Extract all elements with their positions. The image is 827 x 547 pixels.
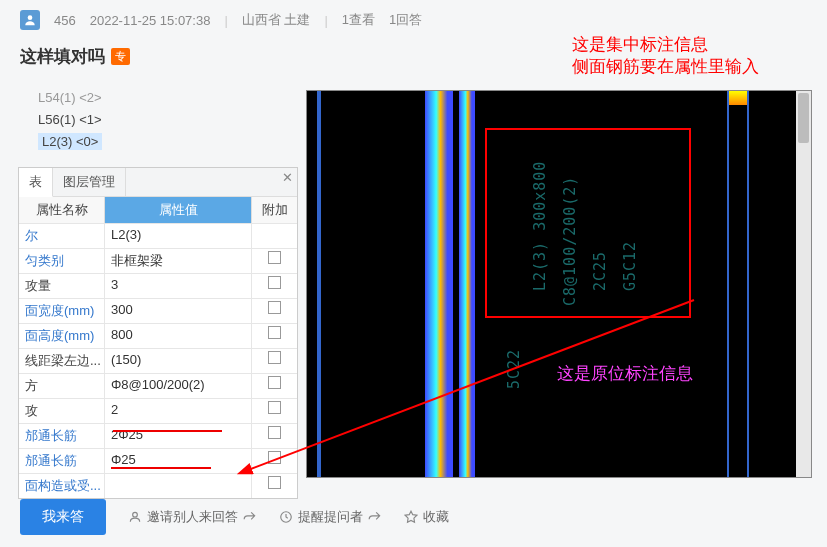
invite-label: 邀请别人来回答 [147,508,238,526]
beam-bar [317,91,321,477]
col-name: 属性名称 [19,197,105,223]
person-icon [128,510,142,524]
prop-value[interactable]: 2Φ25 [105,424,251,448]
share-icon [243,510,257,524]
expert-badge: 专 [111,48,130,65]
table-row: 靣高度(mm)800 [19,323,297,348]
clock-icon [279,510,293,524]
remind-button[interactable]: 提醒提问者 [279,508,382,526]
annotation-text: 这是集中标注信息 侧面钢筋要在属性里输入 [572,34,759,78]
prop-name: 靣宽度(mm) [19,299,105,323]
table-row: 靣宽度(mm)300 [19,298,297,323]
prop-name: 线距梁左边... [19,349,105,373]
prop-name: 靣高度(mm) [19,324,105,348]
table-row: 线距梁左边...(150) [19,348,297,373]
checkbox[interactable] [268,276,281,289]
prop-value[interactable] [105,474,251,498]
share-icon [368,510,382,524]
highlighted-value: Φ25 [111,452,211,469]
annotation-line: 侧面钢筋要在属性里输入 [572,56,759,78]
scrollbar-vertical[interactable] [796,91,811,477]
annotation-text: 这是原位标注信息 [557,362,693,385]
answer-button[interactable]: 我来答 [20,499,106,535]
beam-list: L54(1) <2> L56(1) <1> L2(3) <0> [18,85,298,161]
prop-value[interactable]: 300 [105,299,251,323]
invite-button[interactable]: 邀请别人来回答 [128,508,257,526]
close-icon[interactable]: ✕ [282,170,293,185]
tab-bar: 表 图层管理 [19,168,297,197]
checkbox[interactable] [268,451,281,464]
checkbox[interactable] [268,376,281,389]
table-row: 匀类别非框架梁 [19,248,297,273]
divider: | [224,13,227,28]
divider: | [324,13,327,28]
table-row: 邡通长筋Φ25 [19,448,297,473]
prop-value[interactable]: Φ25 [105,449,251,473]
col-value: 属性值 [105,197,251,223]
prop-name: 邡通长筋 [19,449,105,473]
prop-value[interactable]: Φ8@100/200(2) [105,374,251,398]
prop-name: 靣构造或受... [19,474,105,498]
annotation-box [485,128,691,318]
table-row: 尔L2(3) [19,223,297,248]
prop-value[interactable]: 800 [105,324,251,348]
list-item[interactable]: L56(1) <1> [38,109,278,131]
table-row: 靣构造或受... [19,473,297,498]
answer-count: 1回答 [389,11,422,29]
list-item[interactable]: L54(1) <2> [38,87,278,109]
checkbox[interactable] [268,326,281,339]
beam-bar [425,91,453,477]
table-row: 攻2 [19,398,297,423]
favorite-label: 收藏 [423,508,449,526]
prop-value[interactable]: 非框架梁 [105,249,251,273]
checkbox[interactable] [268,251,281,264]
prop-name: 尔 [19,224,105,248]
table-row: 邡通长筋2Φ25 [19,423,297,448]
avatar [20,10,40,30]
username[interactable]: 456 [54,13,76,28]
favorite-button[interactable]: 收藏 [404,508,449,526]
cad-label: 5C22 [505,349,523,389]
tab-properties[interactable]: 表 [19,168,53,197]
annotation-line: 这是集中标注信息 [572,34,759,56]
beam-bar [459,91,475,477]
prop-name: 邡通长筋 [19,424,105,448]
prop-value[interactable]: (150) [105,349,251,373]
list-item-selected: L2(3) <0> [38,133,102,150]
prop-name: 攻 [19,399,105,423]
timestamp: 2022-11-25 15:07:38 [90,13,211,28]
svg-point-3 [133,512,138,517]
checkbox[interactable] [268,476,281,489]
scrollbar-thumb[interactable] [798,93,809,143]
property-panel: ✕ 表 图层管理 属性名称 属性值 附加 尔L2(3) 匀类别非框架梁 攻量3 … [18,167,298,499]
svg-point-0 [28,15,33,20]
location: 山西省 土建 [242,11,311,29]
prop-name: 方 [19,374,105,398]
checkbox[interactable] [268,351,281,364]
prop-value[interactable]: L2(3) [105,224,251,248]
property-header: 属性名称 属性值 附加 [19,197,297,223]
footer-actions: 我来答 邀请别人来回答 提醒提问者 收藏 [20,499,449,535]
col-extra: 附加 [251,197,297,223]
page-title: 这样填对吗 [20,45,105,68]
star-icon [404,510,418,524]
tab-layers[interactable]: 图层管理 [53,168,126,196]
beam-line [747,91,749,477]
left-panel: L54(1) <2> L56(1) <1> L2(3) <0> ✕ 表 图层管理… [18,85,298,499]
prop-value[interactable]: 3 [105,274,251,298]
remind-label: 提醒提问者 [298,508,363,526]
prop-value[interactable]: 2 [105,399,251,423]
beam-line [727,91,729,477]
checkbox[interactable] [268,301,281,314]
view-count: 1查看 [342,11,375,29]
table-row: 攻量3 [19,273,297,298]
prop-name: 攻量 [19,274,105,298]
prop-name: 匀类别 [19,249,105,273]
checkbox[interactable] [268,401,281,414]
column-mark [729,91,747,105]
checkbox[interactable] [268,426,281,439]
table-row: 方Φ8@100/200(2) [19,373,297,398]
list-item[interactable]: L2(3) <0> [38,131,278,153]
